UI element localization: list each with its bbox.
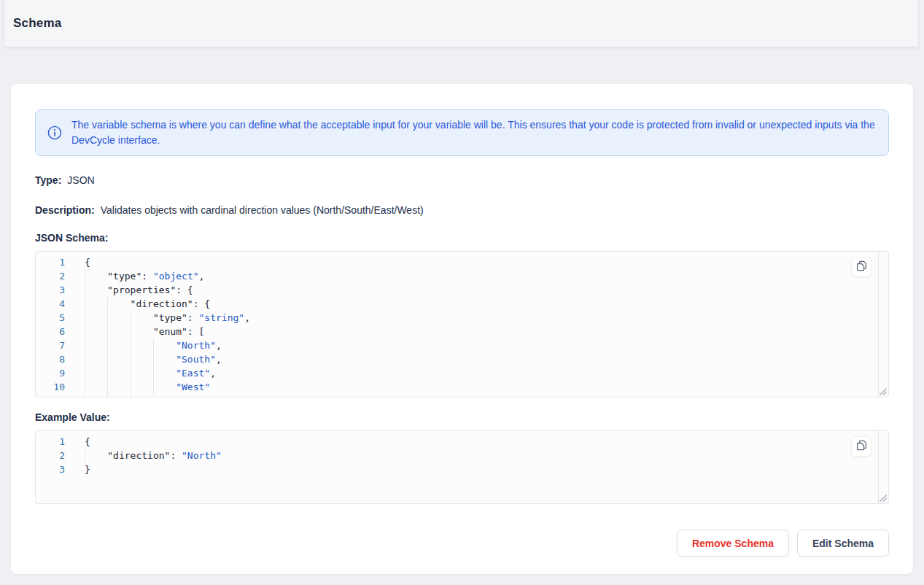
code-line: "East", — [85, 366, 250, 380]
copy-icon — [856, 260, 867, 274]
line-number: 1 — [36, 435, 65, 449]
code-line: "direction": { — [85, 297, 250, 311]
code-line: "properties": { — [85, 283, 250, 297]
line-number: 4 — [36, 297, 65, 311]
code-line: } — [85, 462, 222, 476]
page-title: Schema — [13, 16, 61, 31]
line-number-gutter: 1234567891011 — [36, 252, 65, 397]
edit-schema-button[interactable]: Edit Schema — [797, 530, 889, 557]
code-line: "North", — [85, 338, 250, 352]
example-value-label: Example Value: — [35, 411, 889, 423]
code-line: ] — [85, 394, 250, 398]
code-line: "South", — [85, 352, 250, 366]
line-number: 11 — [36, 394, 65, 398]
json-schema-editor[interactable]: 1234567891011 {"type": "object","propert… — [35, 251, 889, 398]
remove-schema-button[interactable]: Remove Schema — [677, 530, 789, 557]
code-line: "West" — [85, 380, 250, 394]
action-buttons: Remove Schema Edit Schema — [35, 530, 889, 557]
line-number: 9 — [36, 366, 65, 380]
type-value: JSON — [67, 174, 94, 186]
code-line: "enum": [ — [85, 325, 250, 338]
vertical-scrollbar[interactable] — [878, 252, 888, 397]
info-circle-icon — [47, 125, 62, 140]
line-number: 7 — [36, 338, 65, 352]
resize-grip-icon[interactable] — [878, 493, 887, 502]
line-number: 10 — [36, 380, 65, 394]
code-line: "type": "string", — [85, 311, 250, 325]
line-number: 5 — [36, 311, 65, 325]
line-number: 2 — [36, 269, 65, 283]
info-alert: The variable schema is where you can def… — [35, 109, 889, 156]
code-line: "type": "object", — [85, 269, 250, 283]
type-field: Type:JSON — [35, 174, 889, 186]
copy-icon — [856, 440, 867, 453]
description-label: Description: — [35, 204, 95, 216]
line-number: 6 — [36, 325, 65, 338]
description-value: Validates objects with cardinal directio… — [101, 204, 424, 216]
code-area[interactable]: {"direction": "North"} — [65, 431, 222, 503]
code-line: "direction": "North" — [85, 449, 222, 462]
code-line: { — [85, 435, 222, 449]
copy-button[interactable] — [851, 257, 871, 277]
line-number: 3 — [36, 462, 65, 476]
info-alert-text: The variable schema is where you can def… — [71, 117, 877, 148]
code-area[interactable]: {"type": "object","properties": {"direct… — [65, 252, 250, 397]
line-number: 8 — [36, 352, 65, 366]
page-header: Schema — [4, 0, 919, 47]
line-number: 3 — [36, 283, 65, 297]
description-field: Description:Validates objects with cardi… — [35, 204, 889, 216]
code-line: { — [85, 255, 250, 269]
example-value-editor[interactable]: 123 {"direction": "North"} — [35, 430, 889, 504]
line-number: 2 — [36, 449, 65, 462]
copy-button[interactable] — [851, 436, 871, 457]
type-label: Type: — [35, 174, 61, 186]
resize-grip-icon[interactable] — [878, 387, 887, 395]
line-number: 1 — [36, 255, 65, 269]
json-schema-label: JSON Schema: — [35, 232, 889, 244]
schema-card: The variable schema is where you can def… — [11, 84, 913, 574]
line-number-gutter: 123 — [36, 431, 65, 503]
